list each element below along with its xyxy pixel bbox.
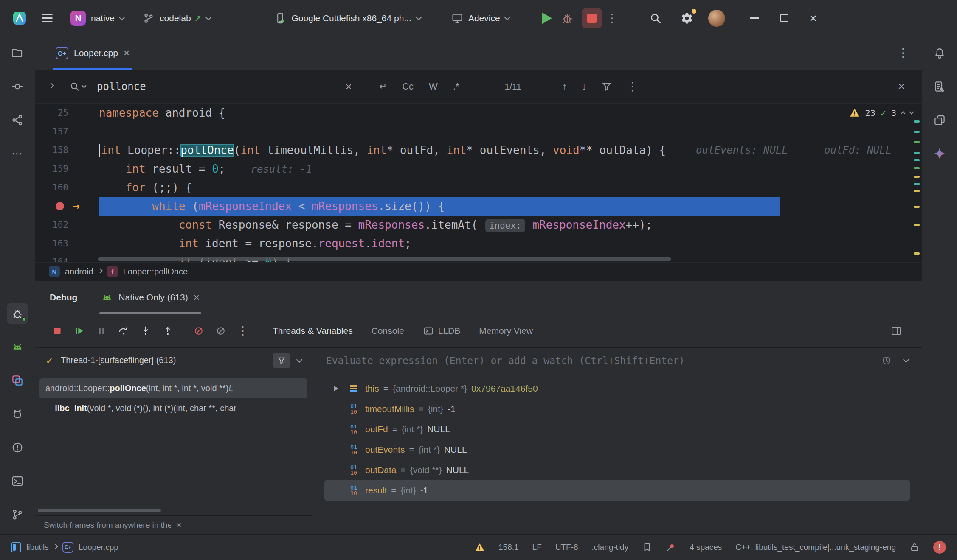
step-out-button[interactable] [158, 322, 177, 340]
expand-chevron-icon[interactable] [329, 386, 342, 392]
previous-issue-icon[interactable] [901, 111, 905, 116]
history-icon[interactable] [881, 355, 892, 366]
search-mode-icon[interactable] [69, 81, 86, 92]
app-inspection-tool-button[interactable] [7, 370, 28, 391]
stack-frame-row[interactable]: __libc_init(void *, void (*)(), int (*)(… [39, 398, 307, 418]
code-line[interactable]: 157 [35, 122, 922, 141]
run-button[interactable] [537, 8, 557, 28]
status-module[interactable]: libutils [26, 543, 49, 552]
gutter[interactable]: 159 [35, 160, 99, 178]
run-config-selector[interactable]: N native [70, 11, 124, 26]
bookmark-icon[interactable] [642, 542, 652, 552]
gutter[interactable]: 162 [35, 216, 99, 234]
analyzer-status[interactable]: .clang-tidy [592, 543, 629, 552]
code-line[interactable]: 162 const Response& response = mResponse… [35, 216, 922, 234]
variable-row[interactable]: 0110timeoutMillis = {int}-1 [324, 399, 910, 419]
step-over-button[interactable] [114, 322, 133, 340]
debug-button[interactable] [557, 8, 577, 28]
gutter[interactable]: 163 [35, 234, 99, 253]
tab-close-icon[interactable]: × [124, 47, 129, 59]
code-line[interactable]: → while (mResponseIndex < mResponses.siz… [35, 197, 922, 216]
filter-icon[interactable] [601, 81, 612, 92]
file-encoding[interactable]: UTF-8 [555, 543, 578, 552]
gutter[interactable]: 164 [35, 253, 99, 262]
gutter[interactable]: 158 [35, 141, 99, 160]
line-ending[interactable]: LF [532, 543, 542, 552]
newline-icon[interactable]: ↵ [379, 81, 387, 92]
match-case-toggle[interactable]: Cc [402, 81, 414, 92]
breadcrumb-namespace[interactable]: android [65, 267, 93, 277]
breakpoint-icon[interactable] [56, 202, 64, 210]
structure-tool-button[interactable] [7, 109, 28, 131]
close-search-icon[interactable]: × [898, 80, 905, 93]
notifications-button[interactable] [929, 42, 950, 64]
evaluate-expression-bar[interactable]: Evaluate expression (Enter) or add a wat… [312, 348, 922, 373]
device-manager-button[interactable] [929, 109, 950, 131]
next-issue-icon[interactable] [909, 109, 914, 114]
session-close-icon[interactable]: × [194, 291, 200, 303]
breadcrumb-function[interactable]: Looper::pollOnce [123, 267, 188, 277]
next-match-icon[interactable]: ↓ [582, 81, 587, 92]
resume-button[interactable] [70, 322, 89, 340]
search-input[interactable]: pollonce [97, 81, 146, 92]
tab-options-icon[interactable]: ⋮ [897, 47, 922, 59]
chevron-down-icon[interactable] [903, 356, 909, 362]
version-control-tool-button[interactable] [7, 504, 28, 525]
close-button[interactable]: × [810, 12, 817, 25]
pause-button[interactable] [92, 322, 111, 340]
settings-button[interactable] [677, 8, 697, 28]
mute-breakpoints-button[interactable] [189, 322, 208, 340]
indent-setting[interactable]: 4 spaces [690, 543, 722, 552]
gutter[interactable]: 157 [35, 122, 99, 141]
clear-search-icon[interactable]: × [346, 80, 352, 93]
search-options-icon[interactable]: ⋮ [627, 81, 639, 92]
variable-row[interactable]: 0110outEvents = {int *}NULL [324, 440, 910, 460]
error-notification-badge[interactable]: ! [933, 541, 946, 554]
more-tool-windows-button[interactable]: ⋯ [7, 143, 28, 164]
resolve-context[interactable]: C++: libutils_test_compile|...unk_stagin… [735, 543, 896, 552]
adevice-selector[interactable]: Adevice [451, 12, 509, 24]
project-tool-button[interactable] [7, 42, 28, 64]
terminal-tool-button[interactable] [7, 470, 28, 492]
frames-scrollbar[interactable] [38, 509, 161, 512]
inspection-widget[interactable]: 23 ✓ 3 [849, 104, 913, 122]
debug-session-tab[interactable]: Native Only (613) × [101, 281, 199, 314]
variable-row[interactable]: 0110result = {int}-1 [324, 480, 910, 501]
code-line[interactable]: 160 for (;;) { [35, 178, 922, 197]
thread-selector[interactable]: ✓ Thread-1-[surfaceflinger] (613) [35, 348, 312, 373]
variable-row[interactable]: this = {android::Looper *}0x7967aa146f50 [324, 378, 910, 399]
tab-threads-variables[interactable]: Threads & Variables [273, 326, 353, 336]
editor[interactable]: 25namespace android {157158int Looper::p… [35, 104, 922, 262]
unlock-icon[interactable] [909, 542, 920, 552]
debug-more-actions[interactable]: ⋮ [234, 322, 252, 340]
layout-settings-button[interactable] [887, 322, 906, 340]
branch-selector[interactable]: codelab ↗ [143, 12, 211, 24]
gemini-button[interactable] [929, 143, 950, 164]
status-file[interactable]: Looper.cpp [79, 543, 118, 552]
thread-filter-button[interactable] [273, 353, 290, 368]
dismiss-hint-icon[interactable]: × [176, 520, 304, 531]
variable-row[interactable]: 0110outFd = {int *}NULL [324, 419, 910, 440]
previous-match-icon[interactable]: ↑ [562, 81, 567, 92]
warning-icon[interactable] [475, 542, 485, 552]
stack-frame-row[interactable]: android::Looper::pollOnce(int, int *, in… [39, 378, 307, 398]
code-line[interactable]: 158int Looper::pollOnce(int timeoutMilli… [35, 141, 922, 160]
gutter[interactable]: 160 [35, 178, 99, 197]
stop-button[interactable] [582, 8, 602, 28]
horizontal-scrollbar[interactable] [98, 257, 671, 261]
variable-row[interactable]: 0110outData = {void **}NULL [324, 460, 910, 480]
tab-memory-view[interactable]: Memory View [479, 326, 533, 336]
commit-tool-button[interactable] [7, 76, 28, 97]
tab-console[interactable]: Console [372, 326, 404, 336]
caret-position[interactable]: 158:1 [498, 543, 519, 552]
code-line[interactable]: 163 int ident = response.request.ident; [35, 234, 922, 253]
gutter[interactable]: 25 [35, 104, 99, 122]
pin-icon[interactable] [666, 542, 676, 552]
stop-process-button[interactable] [48, 322, 67, 340]
whole-words-toggle[interactable]: W [429, 81, 438, 92]
scrollbar-error-stripe[interactable] [913, 116, 920, 262]
more-run-actions[interactable]: ⋮ [602, 8, 622, 28]
avatar[interactable] [708, 10, 725, 27]
regex-toggle[interactable]: .* [453, 81, 459, 92]
device-explorer-button[interactable] [929, 76, 950, 97]
